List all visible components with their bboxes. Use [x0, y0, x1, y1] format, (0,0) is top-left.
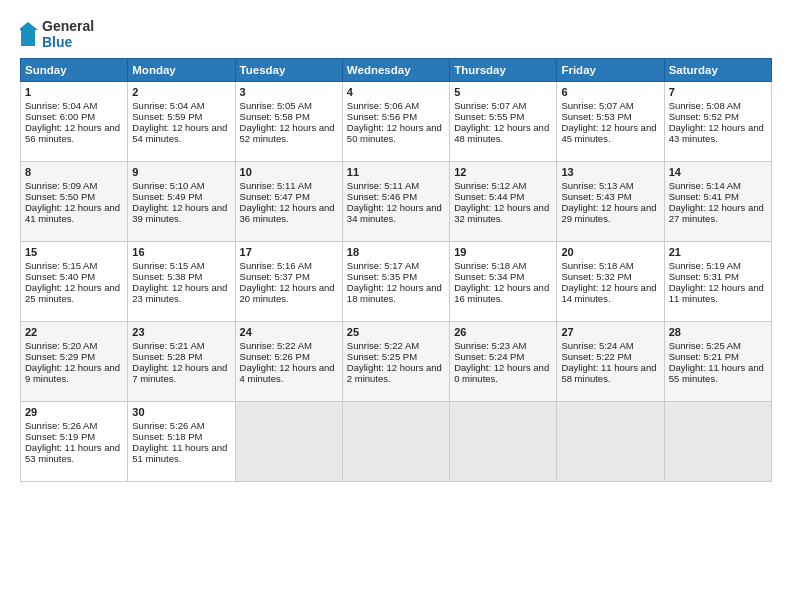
day-number: 9 [132, 166, 230, 178]
sunrise-text: Sunrise: 5:08 AM [669, 100, 741, 111]
daylight-text: Daylight: 12 hours and 48 minutes. [454, 122, 549, 144]
sunrise-text: Sunrise: 5:12 AM [454, 180, 526, 191]
sunset-text: Sunset: 5:29 PM [25, 351, 95, 362]
day-number: 20 [561, 246, 659, 258]
sunset-text: Sunset: 5:19 PM [25, 431, 95, 442]
daylight-text: Daylight: 12 hours and 25 minutes. [25, 282, 120, 304]
logo-area: General Blue [20, 18, 94, 50]
calendar-header-cell: Saturday [664, 59, 771, 82]
sunrise-text: Sunrise: 5:06 AM [347, 100, 419, 111]
sunset-text: Sunset: 5:55 PM [454, 111, 524, 122]
calendar-cell: 6Sunrise: 5:07 AMSunset: 5:53 PMDaylight… [557, 82, 664, 162]
calendar-header-cell: Tuesday [235, 59, 342, 82]
sunrise-text: Sunrise: 5:21 AM [132, 340, 204, 351]
sunset-text: Sunset: 5:56 PM [347, 111, 417, 122]
calendar-cell: 5Sunrise: 5:07 AMSunset: 5:55 PMDaylight… [450, 82, 557, 162]
sunset-text: Sunset: 5:26 PM [240, 351, 310, 362]
daylight-text: Daylight: 12 hours and 0 minutes. [454, 362, 549, 384]
sunset-text: Sunset: 5:38 PM [132, 271, 202, 282]
day-number: 22 [25, 326, 123, 338]
calendar-week-row: 8Sunrise: 5:09 AMSunset: 5:50 PMDaylight… [21, 162, 772, 242]
sunrise-text: Sunrise: 5:10 AM [132, 180, 204, 191]
calendar-header-cell: Wednesday [342, 59, 449, 82]
calendar-cell: 15Sunrise: 5:15 AMSunset: 5:40 PMDayligh… [21, 242, 128, 322]
sunset-text: Sunset: 5:28 PM [132, 351, 202, 362]
day-number: 24 [240, 326, 338, 338]
day-number: 18 [347, 246, 445, 258]
day-number: 6 [561, 86, 659, 98]
calendar-header-cell: Friday [557, 59, 664, 82]
daylight-text: Daylight: 12 hours and 43 minutes. [669, 122, 764, 144]
sunset-text: Sunset: 5:53 PM [561, 111, 631, 122]
day-number: 12 [454, 166, 552, 178]
daylight-text: Daylight: 12 hours and 39 minutes. [132, 202, 227, 224]
calendar-header-cell: Thursday [450, 59, 557, 82]
daylight-text: Daylight: 11 hours and 53 minutes. [25, 442, 120, 464]
calendar-cell: 25Sunrise: 5:22 AMSunset: 5:25 PMDayligh… [342, 322, 449, 402]
calendar-cell: 21Sunrise: 5:19 AMSunset: 5:31 PMDayligh… [664, 242, 771, 322]
calendar-cell [664, 402, 771, 482]
daylight-text: Daylight: 12 hours and 36 minutes. [240, 202, 335, 224]
sunset-text: Sunset: 5:59 PM [132, 111, 202, 122]
sunset-text: Sunset: 5:22 PM [561, 351, 631, 362]
sunset-text: Sunset: 5:47 PM [240, 191, 310, 202]
calendar-cell: 14Sunrise: 5:14 AMSunset: 5:41 PMDayligh… [664, 162, 771, 242]
calendar-cell: 28Sunrise: 5:25 AMSunset: 5:21 PMDayligh… [664, 322, 771, 402]
calendar-cell: 19Sunrise: 5:18 AMSunset: 5:34 PMDayligh… [450, 242, 557, 322]
header: General Blue [20, 18, 772, 50]
calendar-cell: 2Sunrise: 5:04 AMSunset: 5:59 PMDaylight… [128, 82, 235, 162]
calendar-header-cell: Sunday [21, 59, 128, 82]
sunset-text: Sunset: 5:41 PM [669, 191, 739, 202]
day-number: 25 [347, 326, 445, 338]
sunrise-text: Sunrise: 5:13 AM [561, 180, 633, 191]
calendar-cell: 17Sunrise: 5:16 AMSunset: 5:37 PMDayligh… [235, 242, 342, 322]
sunset-text: Sunset: 5:43 PM [561, 191, 631, 202]
sunrise-text: Sunrise: 5:24 AM [561, 340, 633, 351]
sunset-text: Sunset: 5:32 PM [561, 271, 631, 282]
sunrise-text: Sunrise: 5:22 AM [347, 340, 419, 351]
sunset-text: Sunset: 5:21 PM [669, 351, 739, 362]
sunrise-text: Sunrise: 5:22 AM [240, 340, 312, 351]
daylight-text: Daylight: 12 hours and 9 minutes. [25, 362, 120, 384]
daylight-text: Daylight: 12 hours and 4 minutes. [240, 362, 335, 384]
daylight-text: Daylight: 12 hours and 23 minutes. [132, 282, 227, 304]
sunrise-text: Sunrise: 5:09 AM [25, 180, 97, 191]
calendar-header-cell: Monday [128, 59, 235, 82]
calendar-cell: 23Sunrise: 5:21 AMSunset: 5:28 PMDayligh… [128, 322, 235, 402]
daylight-text: Daylight: 12 hours and 54 minutes. [132, 122, 227, 144]
calendar-cell: 3Sunrise: 5:05 AMSunset: 5:58 PMDaylight… [235, 82, 342, 162]
daylight-text: Daylight: 12 hours and 16 minutes. [454, 282, 549, 304]
daylight-text: Daylight: 12 hours and 7 minutes. [132, 362, 227, 384]
day-number: 4 [347, 86, 445, 98]
calendar-cell: 24Sunrise: 5:22 AMSunset: 5:26 PMDayligh… [235, 322, 342, 402]
sunset-text: Sunset: 5:24 PM [454, 351, 524, 362]
calendar-cell: 7Sunrise: 5:08 AMSunset: 5:52 PMDaylight… [664, 82, 771, 162]
svg-marker-0 [20, 22, 38, 46]
sunset-text: Sunset: 5:50 PM [25, 191, 95, 202]
sunrise-text: Sunrise: 5:05 AM [240, 100, 312, 111]
daylight-text: Daylight: 12 hours and 41 minutes. [25, 202, 120, 224]
calendar-cell: 11Sunrise: 5:11 AMSunset: 5:46 PMDayligh… [342, 162, 449, 242]
sunrise-text: Sunrise: 5:07 AM [561, 100, 633, 111]
calendar-cell: 16Sunrise: 5:15 AMSunset: 5:38 PMDayligh… [128, 242, 235, 322]
calendar-cell: 18Sunrise: 5:17 AMSunset: 5:35 PMDayligh… [342, 242, 449, 322]
calendar-week-row: 29Sunrise: 5:26 AMSunset: 5:19 PMDayligh… [21, 402, 772, 482]
sunrise-text: Sunrise: 5:07 AM [454, 100, 526, 111]
sunset-text: Sunset: 5:37 PM [240, 271, 310, 282]
day-number: 23 [132, 326, 230, 338]
day-number: 8 [25, 166, 123, 178]
sunrise-text: Sunrise: 5:20 AM [25, 340, 97, 351]
logo-chevron-icon [20, 20, 40, 48]
calendar-cell: 13Sunrise: 5:13 AMSunset: 5:43 PMDayligh… [557, 162, 664, 242]
sunrise-text: Sunrise: 5:26 AM [25, 420, 97, 431]
sunrise-text: Sunrise: 5:16 AM [240, 260, 312, 271]
calendar-page: General Blue SundayMondayTuesdayWednesda… [0, 0, 792, 612]
calendar-week-row: 15Sunrise: 5:15 AMSunset: 5:40 PMDayligh… [21, 242, 772, 322]
daylight-text: Daylight: 11 hours and 51 minutes. [132, 442, 227, 464]
calendar-cell: 30Sunrise: 5:26 AMSunset: 5:18 PMDayligh… [128, 402, 235, 482]
daylight-text: Daylight: 12 hours and 50 minutes. [347, 122, 442, 144]
calendar-cell: 22Sunrise: 5:20 AMSunset: 5:29 PMDayligh… [21, 322, 128, 402]
sunset-text: Sunset: 5:31 PM [669, 271, 739, 282]
day-number: 30 [132, 406, 230, 418]
day-number: 15 [25, 246, 123, 258]
